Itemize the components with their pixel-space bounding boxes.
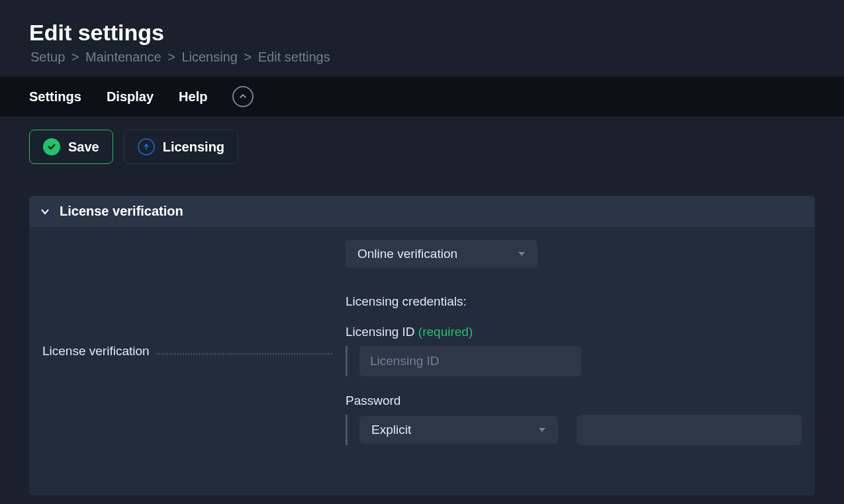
breadcrumb-item: Edit settings <box>258 50 330 64</box>
breadcrumb-separator: > <box>244 50 252 64</box>
breadcrumb-item[interactable]: Setup <box>30 50 65 64</box>
licensing-id-input[interactable] <box>359 346 581 376</box>
section-license-verification: License verification License verificatio… <box>29 196 815 495</box>
select-license-verification[interactable]: Online verification <box>346 240 538 268</box>
menubar: Settings Display Help <box>0 77 844 116</box>
select-value: Online verification <box>357 247 457 261</box>
chevron-down-icon <box>40 206 50 217</box>
credentials-header: Licensing credentials: <box>346 294 802 309</box>
menu-help[interactable]: Help <box>179 89 207 105</box>
dotted-leader <box>156 353 332 355</box>
section-header[interactable]: License verification <box>29 196 815 227</box>
menu-settings[interactable]: Settings <box>29 89 81 105</box>
breadcrumb-item[interactable]: Licensing <box>181 50 238 64</box>
chevron-down-icon <box>518 250 526 258</box>
licensing-button-label: Licensing <box>163 140 224 155</box>
breadcrumb: Setup > Maintenance > Licensing > Edit s… <box>29 50 815 65</box>
action-bar: Save Licensing <box>29 130 815 164</box>
chevron-up-icon <box>238 92 248 101</box>
password-input[interactable] <box>577 415 802 445</box>
password-group: Explicit <box>346 415 802 445</box>
breadcrumb-item[interactable]: Maintenance <box>85 50 162 64</box>
select-value: Explicit <box>371 423 411 437</box>
chevron-down-icon <box>538 426 546 434</box>
arrow-up-icon <box>138 138 155 155</box>
menubar-collapse-button[interactable] <box>232 86 254 107</box>
breadcrumb-separator: > <box>167 50 175 64</box>
label-licensing-id: Licensing ID (required) <box>346 325 802 339</box>
page-title: Edit settings <box>29 20 815 46</box>
save-button-label: Save <box>68 140 99 155</box>
label-license-verification: License verification <box>42 344 150 358</box>
licensing-button[interactable]: Licensing <box>124 130 238 164</box>
required-indicator: (required) <box>418 325 473 339</box>
menu-display[interactable]: Display <box>107 89 154 105</box>
breadcrumb-separator: > <box>71 50 79 64</box>
check-icon <box>43 138 60 155</box>
save-button[interactable]: Save <box>29 130 113 164</box>
licensing-id-group <box>346 346 802 376</box>
label-password: Password <box>346 394 802 408</box>
select-password-mode[interactable]: Explicit <box>359 416 558 444</box>
section-title: License verification <box>60 204 183 219</box>
form-row-verification: License verification Online verification… <box>29 227 815 462</box>
